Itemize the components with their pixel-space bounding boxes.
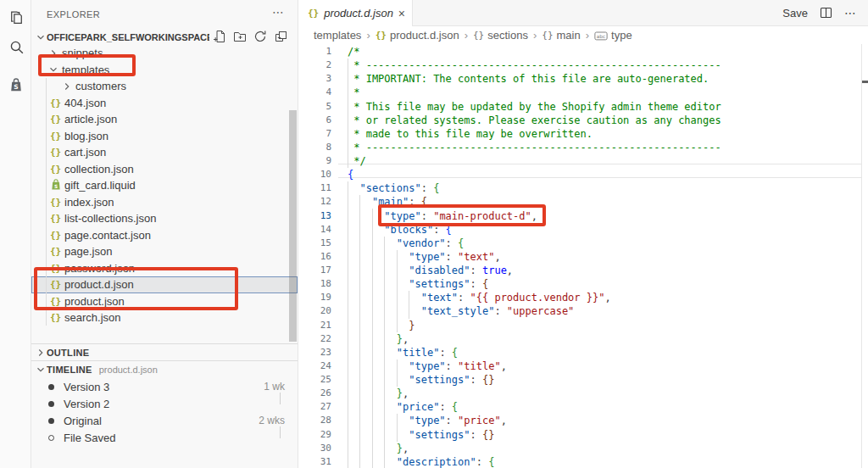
- code-line-content: * IMPORTANT: The contents of this file a…: [348, 72, 709, 86]
- code-line-28[interactable]: 28 "type": "price",: [299, 414, 861, 427]
- tree-item-customers[interactable]: customers: [31, 78, 298, 95]
- code-line-content: "blocks": {: [348, 223, 452, 237]
- line-number: 15: [299, 237, 331, 250]
- code-line-19[interactable]: 19 "text": "{{ product.vendor }}",: [299, 291, 861, 304]
- tree-item-label: product.json: [64, 295, 125, 308]
- json-file-icon: {}: [308, 8, 319, 19]
- code-line-10[interactable]: 10{: [299, 168, 861, 181]
- tree-item-list-collections.json[interactable]: {}list-collections.json: [31, 210, 298, 227]
- code-line-15[interactable]: 15 "vendor": {: [299, 237, 861, 250]
- json-file-icon: {}: [49, 213, 62, 224]
- code-line-31[interactable]: 31 "description": {: [299, 455, 861, 468]
- collapse-all-icon[interactable]: [274, 30, 287, 43]
- code-line-content: "settings": {}: [348, 373, 494, 387]
- explorer-more-icon[interactable]: ⋯: [272, 5, 286, 19]
- sidebar-scrollbar[interactable]: [289, 110, 297, 342]
- tree-item-label: blog.json: [64, 130, 108, 142]
- editor-scrollbar[interactable]: [861, 44, 868, 468]
- save-button[interactable]: Save: [782, 7, 808, 20]
- timeline-item-Version 2[interactable]: Version 2: [31, 395, 298, 412]
- code-line-6[interactable]: 6 * or related systems. Please exercise …: [299, 114, 861, 127]
- tree-item-label: article.json: [64, 113, 117, 125]
- search-icon[interactable]: [7, 37, 25, 56]
- tree-item-index.json[interactable]: {}index.json: [31, 194, 298, 211]
- workspace-root-row[interactable]: OFFICEPARK_SELFWORKINGSPACE/K...: [31, 29, 298, 45]
- timeline-item-Original[interactable]: Original2 wks: [31, 412, 298, 429]
- line-number: 3: [299, 72, 331, 86]
- files-icon[interactable]: [7, 8, 25, 27]
- code-line-23[interactable]: 23 "title": {: [299, 346, 861, 359]
- tab-product-d-json[interactable]: {} product.d.json ×: [299, 0, 413, 26]
- editor-more-icon[interactable]: ⋯: [844, 6, 858, 20]
- code-line-16[interactable]: 16 "type": "text",: [299, 250, 861, 264]
- code-line-21[interactable]: 21 }: [299, 319, 861, 332]
- tree-item-cart.json[interactable]: {}cart.json: [31, 144, 298, 161]
- chevron-down-icon: [35, 363, 47, 376]
- timeline-section-header[interactable]: TIMELINE product.d.json: [31, 360, 298, 377]
- code-line-9[interactable]: 9 */: [299, 154, 861, 168]
- code-line-22[interactable]: 22 },: [299, 332, 861, 346]
- breadcrumb-label: main: [557, 29, 581, 42]
- explorer-sidebar: EXPLORER ⋯ OFFICEPARK_SELFWORKINGSPACE/K…: [31, 0, 298, 468]
- breadcrumb-item-product.d.json[interactable]: {}product.d.json: [376, 29, 459, 42]
- code-line-25[interactable]: 25 "settings": {}: [299, 373, 861, 387]
- tree-item-snippets[interactable]: snippets: [31, 45, 298, 62]
- code-line-2[interactable]: 2 * ------------------------------------…: [299, 58, 861, 72]
- code-line-20[interactable]: 20 "text_style": "uppercase": [299, 304, 861, 318]
- code-line-27[interactable]: 27 "price": {: [299, 400, 861, 414]
- code-line-14[interactable]: 14 "blocks": {: [299, 223, 861, 237]
- code-line-content: },: [348, 442, 409, 455]
- chevron-right-icon: [47, 47, 59, 60]
- code-line-4[interactable]: 4 *: [299, 86, 861, 99]
- timeline-item-File Saved[interactable]: File Saved: [31, 429, 298, 446]
- code-line-18[interactable]: 18 "settings": {: [299, 277, 861, 291]
- tree-item-search.json[interactable]: {}search.json: [31, 309, 298, 326]
- tree-item-password.json[interactable]: {}password.json: [31, 260, 298, 277]
- code-line-24[interactable]: 24 "type": "title",: [299, 359, 861, 373]
- code-line-13[interactable]: 13 "type": "main-product-d",: [299, 209, 861, 223]
- timeline-item-Version 3[interactable]: Version 31 wk: [31, 378, 298, 395]
- code-line-30[interactable]: 30 },: [299, 442, 861, 455]
- circle-filled-icon: [48, 384, 54, 390]
- breadcrumb-item-templates[interactable]: templates: [314, 29, 361, 42]
- json-file-icon: {}: [49, 312, 62, 323]
- tree-item-404.json[interactable]: {}404.json: [31, 95, 298, 112]
- code-line-5[interactable]: 5 * This file may be updated by the Shop…: [299, 100, 861, 114]
- line-number: 20: [299, 304, 331, 318]
- breadcrumb-item-main[interactable]: {}main: [542, 29, 580, 42]
- code-line-1[interactable]: 1/*: [299, 45, 861, 58]
- tree-item-product.d.json[interactable]: {}product.d.json: [31, 276, 298, 293]
- tree-item-page.json[interactable]: {}page.json: [31, 243, 298, 260]
- code-line-8[interactable]: 8 * ------------------------------------…: [299, 141, 861, 154]
- breadcrumb-item-type[interactable]: abctype: [594, 29, 632, 42]
- code-line-content: *: [348, 86, 359, 99]
- breadcrumb-item-sections[interactable]: {}sections: [473, 29, 528, 42]
- code-line-26[interactable]: 26 },: [299, 387, 861, 400]
- code-line-3[interactable]: 3 * IMPORTANT: The contents of this file…: [299, 72, 861, 86]
- code-line-17[interactable]: 17 "disabled": true,: [299, 264, 861, 277]
- code-line-content: "main": {: [348, 195, 427, 209]
- shopify-icon[interactable]: S: [7, 75, 25, 94]
- line-number: 26: [299, 387, 331, 400]
- tree-item-article.json[interactable]: {}article.json: [31, 111, 298, 128]
- close-icon[interactable]: ×: [398, 7, 405, 20]
- tree-item-collection.json[interactable]: {}collection.json: [31, 161, 298, 178]
- code-line-7[interactable]: 7 * made to this file may be overwritten…: [299, 127, 861, 141]
- tree-item-gift_card.liquid[interactable]: Sgift_card.liquid: [31, 177, 298, 194]
- tree-item-product.json[interactable]: {}product.json: [31, 293, 298, 310]
- code-editor[interactable]: 1/*2 * ---------------------------------…: [299, 45, 861, 468]
- json-file-icon: {}: [49, 197, 62, 208]
- code-line-29[interactable]: 29 "settings": {}: [299, 428, 861, 442]
- split-editor-icon[interactable]: [819, 6, 833, 20]
- new-folder-icon[interactable]: [233, 30, 247, 43]
- tree-item-blog.json[interactable]: {}blog.json: [31, 128, 298, 145]
- code-line-11[interactable]: 11 "sections": {: [299, 181, 861, 195]
- tree-item-templates[interactable]: templates: [31, 62, 298, 79]
- outline-section-header[interactable]: OUTLINE: [31, 343, 298, 360]
- new-file-icon[interactable]: [213, 30, 226, 43]
- tree-item-label: customers: [75, 80, 126, 92]
- json-file-icon: {}: [49, 147, 62, 158]
- code-line-12[interactable]: 12 "main": {: [299, 195, 861, 209]
- refresh-icon[interactable]: [253, 30, 267, 43]
- tree-item-page.contact.json[interactable]: {}page.contact.json: [31, 227, 298, 244]
